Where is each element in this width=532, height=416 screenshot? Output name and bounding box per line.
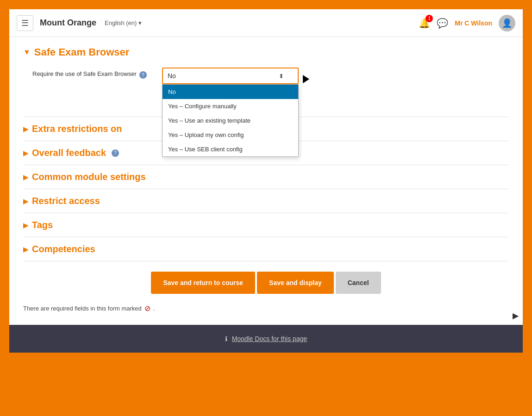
section-overall-feedback-title: Overall feedback <box>32 148 106 158</box>
buttons-row: Save and return to course Save and displ… <box>23 261 509 301</box>
dropdown-option-configure-manually[interactable]: Yes – Configure manually <box>163 99 298 113</box>
seb-form-row: Require the use of Safe Exam Browser ? N… <box>23 66 509 112</box>
seb-collapse-arrow: ▼ <box>23 48 31 56</box>
section-extra-restrictions-arrow: ▶ <box>23 125 28 133</box>
cancel-button[interactable]: Cancel <box>336 272 381 294</box>
section-tags-arrow: ▶ <box>23 222 28 229</box>
section-tags-header[interactable]: ▶ Tags <box>23 220 509 230</box>
avatar-placeholder: 👤 <box>502 18 512 28</box>
footer-link[interactable]: Moodle Docs for this page <box>232 335 307 342</box>
seb-section-header[interactable]: ▼ Safe Exam Browser <box>23 46 509 58</box>
section-tags-title: Tags <box>32 220 53 230</box>
user-name[interactable]: Mr C Wilson <box>455 19 492 27</box>
required-icon: ⊘ <box>144 304 150 313</box>
section-competencies-arrow: ▶ <box>23 246 28 253</box>
section-extra-restrictions-title: Extra restrictions on <box>32 124 122 134</box>
scroll-indicator[interactable]: ▶ <box>513 311 518 320</box>
section-common-module-title: Common module settings <box>32 172 146 182</box>
section-restrict-access-title: Restrict access <box>32 196 100 206</box>
seb-section-title: Safe Exam Browser <box>34 46 129 58</box>
site-name: Mount Orange <box>40 18 96 28</box>
avatar[interactable]: 👤 <box>499 15 515 31</box>
dropdown-option-seb-client[interactable]: Yes – Use SEB client config <box>163 142 298 156</box>
section-common-module-arrow: ▶ <box>23 174 28 181</box>
label-text: Require the use of Safe Exam Browser <box>32 70 137 77</box>
section-restrict-access-header[interactable]: ▶ Restrict access <box>23 196 509 206</box>
section-tags: ▶ Tags <box>23 213 509 237</box>
section-overall-feedback-arrow: ▶ <box>23 149 28 157</box>
notification-badge: 1 <box>426 15 433 22</box>
select-current-value: No <box>168 72 176 80</box>
cursor-indicator <box>303 75 309 83</box>
notification-bell[interactable]: 🔔 1 <box>419 18 430 29</box>
seb-field-label: Require the use of Safe Exam Browser ? <box>32 68 153 79</box>
header: ☰ Mount Orange English (en) ▾ 🔔 1 💬 Mr C… <box>9 9 523 37</box>
select-display[interactable]: No ⬍ <box>162 68 299 84</box>
header-right: 🔔 1 💬 Mr C Wilson 👤 <box>419 15 515 31</box>
section-competencies: ▶ Competencies <box>23 237 509 261</box>
dropdown-menu: No Yes – Configure manually Yes – Use an… <box>162 84 299 157</box>
section-competencies-title: Competencies <box>32 244 95 255</box>
required-note: There are required fields in this form m… <box>23 301 509 320</box>
messages-icon[interactable]: 💬 <box>437 18 448 29</box>
section-common-module: ▶ Common module settings <box>23 165 509 189</box>
section-restrict-access: ▶ Restrict access <box>23 189 509 213</box>
save-display-button[interactable]: Save and display <box>257 272 334 294</box>
select-arrow-icon: ⬍ <box>279 73 284 80</box>
language-selector[interactable]: English (en) ▾ <box>105 19 142 26</box>
help-icon[interactable]: ? <box>139 71 147 79</box>
main-content: ▼ Safe Exam Browser Require the use of S… <box>9 37 523 325</box>
select-wrapper: No ⬍ No Yes – Configure manually Yes – U… <box>162 68 299 84</box>
save-return-button[interactable]: Save and return to course <box>151 272 255 294</box>
hamburger-button[interactable]: ☰ <box>17 15 33 31</box>
section-competencies-header[interactable]: ▶ Competencies <box>23 244 509 255</box>
footer-info-icon: ℹ <box>225 335 227 342</box>
dropdown-option-no[interactable]: No <box>163 85 298 99</box>
dropdown-option-upload-config[interactable]: Yes – Upload my own config <box>163 128 298 142</box>
section-common-module-header[interactable]: ▶ Common module settings <box>23 172 509 182</box>
section-restrict-access-arrow: ▶ <box>23 198 28 205</box>
section-overall-feedback-help[interactable]: ? <box>112 149 119 157</box>
safe-exam-browser-section: ▼ Safe Exam Browser Require the use of S… <box>23 46 509 117</box>
footer: ℹ Moodle Docs for this page <box>9 325 523 353</box>
required-note-text: There are required fields in this form m… <box>23 305 142 312</box>
dropdown-option-existing-template[interactable]: Yes – Use an existing template <box>163 113 298 128</box>
required-note-period: . <box>153 305 155 312</box>
